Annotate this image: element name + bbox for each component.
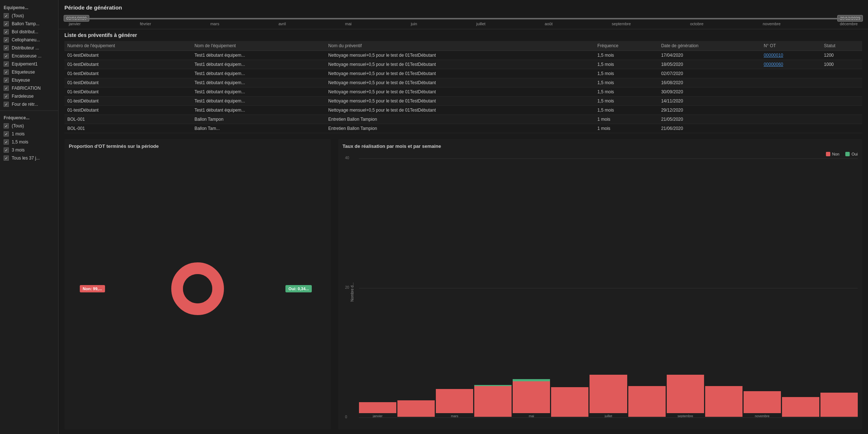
sidebar-equip-item-1[interactable]: Ballon Tamp... (0, 20, 58, 28)
ot-link[interactable]: 00000060 (764, 62, 783, 67)
cell-date: 02/07/2020 (658, 69, 761, 78)
equip-label-10: Fardeleuse (12, 94, 34, 99)
ot-link[interactable]: 00000010 (764, 53, 783, 58)
sidebar-equip-item-10[interactable]: Fardeleuse (0, 92, 58, 100)
checkbox-equip-2[interactable] (4, 29, 9, 34)
cell-freq: 1,5 mois (595, 69, 658, 78)
period-timeline: 02/01/2020 29/12/2020 janvierfévriermars… (67, 18, 859, 26)
equip-label-4: Distributeur ... (12, 45, 39, 50)
bar-group-8: septembre (667, 158, 704, 418)
cell-date: 17/04/2020 (658, 51, 761, 60)
bar-non-2 (436, 389, 473, 413)
bar-stack-2 (436, 389, 473, 413)
bar-group-5 (551, 158, 588, 418)
checkbox-equip-3[interactable] (4, 37, 9, 42)
bar-non-9 (705, 386, 742, 417)
cell-ot[interactable]: 00000010 (761, 51, 821, 60)
bar-month-label-6: juillet (605, 414, 612, 418)
checkbox-equip-0[interactable] (4, 13, 9, 18)
sidebar-equip-item-3[interactable]: Cellophaneu... (0, 36, 58, 44)
donut-non-label: Non: 99,... (80, 285, 105, 292)
checkbox-equip-7[interactable] (4, 70, 9, 75)
table-section: Liste des préventifs à générer Numéro de… (59, 29, 868, 136)
donut-chart-body: Non: 99,... Oui: 0,34... (69, 152, 326, 425)
sidebar-freq-item-2[interactable]: 1,5 mois (0, 138, 58, 146)
freq-section-title: Fréquence... (0, 113, 58, 122)
equip-label-0: (Tous) (12, 13, 24, 18)
checkbox-freq-3[interactable] (4, 147, 9, 153)
sidebar-divider (0, 111, 58, 111)
sidebar-equip-item-11[interactable]: Four de rétr... (0, 100, 58, 108)
cell-ot[interactable]: 00000060 (761, 60, 821, 69)
bar-stack-10 (744, 391, 781, 413)
sidebar-freq-item-4[interactable]: Tous les 37 j... (0, 154, 58, 162)
equip-label-7: Etiqueteuse (12, 70, 35, 75)
cell-statut (821, 78, 862, 87)
bar-stack-4 (513, 379, 550, 413)
donut-oui-label: Oui: 0,34... (285, 285, 312, 292)
bar-non-7 (628, 386, 666, 417)
month-label-5: juin (411, 22, 417, 26)
sidebar-equip-item-9[interactable]: FABRICATION (0, 84, 58, 92)
freq-items-list: (Tous)1 mois1,5 mois3 moisTous les 37 j.… (0, 122, 58, 162)
sidebar-equip-item-7[interactable]: Etiqueteuse (0, 68, 58, 76)
bar-group-3 (474, 158, 512, 418)
legend-non: Non (826, 152, 839, 156)
legend-oui: Oui (845, 152, 858, 156)
equip-label-8: Etuyeuse (12, 78, 30, 83)
table-row: BOL-001Ballon TamponEntretien Ballon Tam… (64, 115, 862, 124)
sidebar-freq-item-1[interactable]: 1 mois (0, 130, 58, 138)
checkbox-equip-6[interactable] (4, 61, 9, 67)
cell-preventif: Nettoyage mensuel+0,5 pour le test de 01… (325, 87, 594, 97)
month-label-3: avril (278, 22, 286, 26)
bar-group-1 (397, 158, 435, 418)
sidebar-freq-item-3[interactable]: 3 mois (0, 146, 58, 154)
checkbox-equip-10[interactable] (4, 94, 9, 99)
checkbox-equip-1[interactable] (4, 21, 9, 26)
cell-num: 01-testDébutant (64, 106, 191, 115)
cell-freq: 1 mois (595, 115, 658, 124)
sidebar-equip-item-5[interactable]: Encaisseuse ... (0, 52, 58, 60)
cell-preventif: Nettoyage mensuel+0,5 pour le test de 01… (325, 69, 594, 78)
freq-label-1: 1 mois (12, 131, 25, 136)
checkbox-freq-1[interactable] (4, 131, 9, 136)
bar-non-11 (782, 397, 819, 417)
equip-items-list: (Tous)Ballon Tamp...Bol distribut...Cell… (0, 12, 58, 108)
month-label-4: mai (345, 22, 352, 26)
checkbox-freq-4[interactable] (4, 156, 9, 161)
cell-num: 01-testDébutant (64, 69, 191, 78)
cell-nom: Test1 débutant équipem... (191, 60, 325, 69)
sidebar-equip-item-8[interactable]: Etuyeuse (0, 76, 58, 84)
sidebar-equip-item-2[interactable]: Bol distribut... (0, 28, 58, 36)
bar-stack-9 (705, 386, 742, 417)
sidebar-freq-item-0[interactable]: (Tous) (0, 122, 58, 130)
checkbox-freq-2[interactable] (4, 139, 9, 145)
sidebar-equip-item-6[interactable]: Equipement1 (0, 60, 58, 68)
cell-date: 18/05/2020 (658, 60, 761, 69)
cell-num: BOL-001 (64, 124, 191, 133)
bar-month-label-2: mars (451, 414, 458, 418)
bar-chart-area: Nombre d... 40200 janviermarsmaijuillets… (343, 158, 858, 425)
bar-stack-11 (782, 397, 819, 417)
equip-label-3: Cellophaneu... (12, 37, 40, 42)
cell-ot (761, 115, 821, 124)
checkbox-equip-8[interactable] (4, 78, 9, 83)
sidebar-equip-item-0[interactable]: (Tous) (0, 12, 58, 20)
cell-statut: 1000 (821, 60, 862, 69)
donut-hole (183, 274, 212, 303)
sidebar-equip-item-4[interactable]: Distributeur ... (0, 44, 58, 52)
bar-stack-5 (551, 387, 588, 417)
col-header-1: Nom de l'équipement (191, 41, 325, 51)
cell-date: 14/11/2020 (658, 97, 761, 106)
checkbox-equip-9[interactable] (4, 86, 9, 91)
month-label-8: septembre (612, 22, 631, 26)
cell-nom: Test1 débutant équipem... (191, 97, 325, 106)
bar-non-8 (667, 375, 704, 413)
checkbox-equip-11[interactable] (4, 102, 9, 107)
cell-preventif: Nettoyage mensuel+0,5 pour le test de 01… (325, 60, 594, 69)
checkbox-equip-4[interactable] (4, 45, 9, 50)
checkbox-freq-0[interactable] (4, 123, 9, 128)
cell-preventif: Entretien Ballon Tampion (325, 124, 594, 133)
cell-preventif: Nettoyage mensuel+0,5 pour le test de 01… (325, 106, 594, 115)
checkbox-equip-5[interactable] (4, 53, 9, 59)
